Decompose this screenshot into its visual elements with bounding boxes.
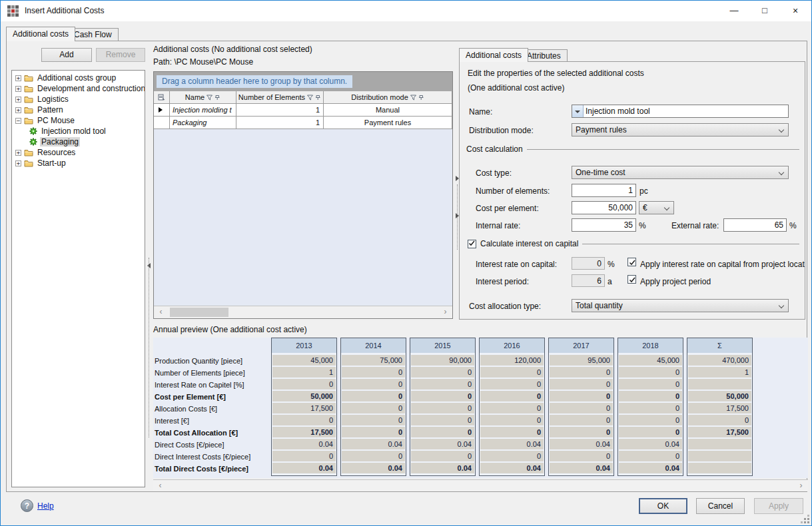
expand-icon[interactable]: + [15, 150, 21, 156]
interest-period-input[interactable]: 6 [572, 274, 605, 287]
tree-item[interactable]: +Additional costs group [12, 73, 145, 83]
annual-cell: 0 [550, 451, 613, 461]
tree-item[interactable]: Injection mold tool [12, 126, 145, 136]
group-by-band[interactable]: Drag a column header here to group by th… [154, 72, 452, 91]
tree-item[interactable]: Packaging [12, 136, 145, 147]
filter-icon[interactable] [410, 95, 416, 101]
minimize-button[interactable]: — [719, 1, 749, 21]
cell-name[interactable]: Injection molding t [170, 104, 236, 117]
scroll-right-icon[interactable]: › [440, 306, 451, 318]
tree-item[interactable]: +Logistics [12, 94, 145, 105]
column-header-distribution[interactable]: Distribution mode [324, 91, 452, 104]
filter-icon[interactable] [307, 95, 313, 101]
interest-rate-input[interactable]: 0 [572, 257, 605, 270]
grid-row[interactable]: Injection molding t1Manual [154, 104, 452, 117]
apply-button[interactable]: Apply [754, 498, 803, 514]
cancel-button[interactable]: Cancel [696, 498, 745, 514]
annual-column-body: 470,000150,00017,500017,500 [687, 353, 752, 475]
annual-cell: 0.04 [342, 463, 405, 473]
close-button[interactable]: × [780, 1, 811, 21]
annual-year-column: 201845,0000000000.0400.04 [617, 338, 683, 476]
cell-distribution-mode[interactable]: Payment rules [324, 117, 452, 129]
help-icon[interactable]: ? [21, 499, 33, 512]
grid-horizontal-scrollbar[interactable]: ‹ › [154, 306, 452, 318]
distribution-mode-label: Distribution mode: [469, 126, 534, 135]
annual-horizontal-scrollbar[interactable]: ‹ › [153, 479, 808, 491]
app-icon [7, 5, 19, 17]
gear-icon [29, 138, 37, 146]
name-dropdown-button[interactable] [572, 105, 584, 117]
annual-cell: 17,500 [688, 427, 751, 437]
cost-type-select[interactable]: One-time cost [572, 166, 789, 179]
ok-button[interactable]: OK [639, 498, 687, 514]
group-by-hint: Drag a column header here to group by th… [157, 75, 352, 88]
help-link[interactable]: Help [37, 501, 54, 511]
scroll-thumb[interactable] [170, 308, 228, 317]
remove-button[interactable]: Remove [96, 48, 145, 62]
tree-item-label: Development and construction [36, 84, 145, 93]
cost-calculation-group: Cost calculation [466, 144, 799, 154]
row-selector-icon [158, 94, 165, 101]
annual-cell: 0 [480, 403, 544, 413]
scroll-left-icon[interactable]: ‹ [155, 480, 166, 492]
add-button[interactable]: Add [41, 48, 92, 62]
column-header-name[interactable]: Name [170, 91, 236, 104]
annual-cell [688, 463, 751, 473]
grid-row[interactable]: Packaging1Payment rules [154, 117, 452, 129]
external-rate-input[interactable]: 65 [723, 218, 787, 232]
expand-icon[interactable]: + [15, 86, 21, 92]
filter-icon[interactable] [206, 95, 212, 101]
annual-cell: 0 [342, 367, 405, 378]
name-field[interactable]: Injection mold tool [572, 105, 789, 118]
annual-cell: 0 [688, 415, 751, 425]
cell-distribution-mode[interactable]: Manual [324, 104, 452, 117]
currency-select[interactable]: € [639, 201, 674, 214]
distribution-mode-select[interactable]: Payment rules [572, 123, 789, 136]
pin-icon[interactable] [214, 95, 220, 101]
expand-icon[interactable]: + [15, 97, 21, 103]
number-of-elements-input[interactable]: 1 [572, 184, 636, 197]
tree-item[interactable]: +Resources [12, 147, 145, 158]
collapse-icon[interactable]: − [15, 118, 21, 124]
calculate-interest-checkbox[interactable] [468, 240, 476, 248]
cost-allocation-select[interactable]: Total quantity [572, 299, 789, 312]
pin-icon[interactable] [315, 95, 321, 101]
annual-row-label: Cost per Element [€] [153, 392, 271, 403]
gear-icon [29, 138, 37, 146]
resize-grip[interactable] [807, 521, 809, 523]
scroll-right-icon[interactable]: › [795, 480, 807, 492]
row-indicator-cell[interactable] [154, 117, 170, 129]
grid-corner-cell[interactable] [154, 91, 170, 104]
window-title: Insert Additional Costs [25, 1, 104, 21]
properties-tab-additional-costs[interactable]: Additional costs [459, 48, 528, 62]
tree-item[interactable]: +Development and construction [12, 83, 145, 94]
annual-year-column: 201795,0000000000.0400.04 [548, 338, 614, 476]
internal-rate-input[interactable]: 35 [572, 218, 636, 232]
cell-name[interactable]: Packaging [170, 117, 236, 129]
maximize-button[interactable]: □ [749, 1, 780, 21]
folder-icon [24, 148, 33, 156]
tree-item[interactable]: −PC Mouse [12, 115, 145, 126]
interest-period-unit: a [608, 277, 612, 286]
tree-item[interactable]: +Pattern [12, 105, 145, 115]
expand-icon[interactable]: + [15, 107, 21, 113]
annual-cell: 0 [342, 379, 405, 390]
column-header-elements[interactable]: Number of Elements [236, 91, 324, 104]
tree-item[interactable]: +Start-up [12, 158, 145, 168]
apply-project-period-checkbox[interactable] [627, 275, 636, 284]
tab-additional-costs[interactable]: Additional costs [6, 27, 75, 41]
dropdown-arrow-icon [575, 111, 580, 113]
left-splitter[interactable] [147, 70, 151, 487]
cell-elements[interactable]: 1 [236, 104, 324, 117]
expand-icon[interactable]: + [15, 75, 21, 81]
cell-elements[interactable]: 1 [236, 117, 324, 129]
annual-cell: 0 [550, 415, 613, 425]
scroll-left-icon[interactable]: ‹ [155, 306, 167, 318]
pin-icon[interactable] [418, 95, 424, 101]
number-of-elements-label: Number of elements: [476, 186, 550, 196]
expand-icon[interactable]: + [15, 160, 21, 166]
apply-interest-rate-checkbox[interactable] [627, 258, 636, 266]
row-indicator-cell[interactable] [154, 104, 170, 117]
annual-cell: 0 [342, 415, 405, 425]
cost-per-element-input[interactable]: 50,000 [572, 201, 636, 214]
